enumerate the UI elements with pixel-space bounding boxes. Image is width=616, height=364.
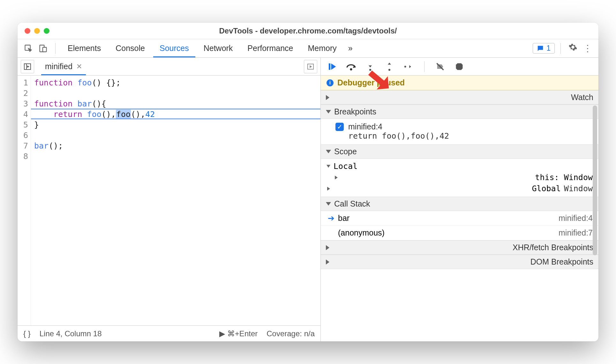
tab-sources[interactable]: Sources bbox=[153, 39, 195, 57]
device-icon[interactable] bbox=[37, 42, 49, 55]
breakpoints-section[interactable]: Breakpoints bbox=[321, 105, 598, 119]
breakpoint-code: return foo(),foo(),42 bbox=[348, 131, 449, 141]
scope-section[interactable]: Scope bbox=[321, 144, 598, 159]
titlebar: DevTools - developer.chrome.com/tags/dev… bbox=[18, 23, 598, 39]
scope-this[interactable]: this: Window bbox=[327, 172, 593, 183]
scope-global[interactable]: Global Window bbox=[327, 183, 593, 194]
run-hint: ▶ ⌘+Enter bbox=[219, 329, 258, 338]
window-title: DevTools - developer.chrome.com/tags/dev… bbox=[18, 26, 598, 35]
info-icon: i bbox=[327, 79, 334, 86]
svg-point-8 bbox=[388, 69, 390, 70]
run-snippet-icon[interactable] bbox=[304, 60, 317, 73]
pause-exceptions-icon[interactable] bbox=[454, 61, 465, 72]
tabs-overflow[interactable]: » bbox=[345, 39, 356, 57]
editor-statusbar: { } Line 4, Column 18 ▶ ⌘+Enter Coverage… bbox=[18, 325, 320, 341]
deactivate-breakpoints-icon[interactable] bbox=[435, 61, 446, 72]
debugger-panels: i Debugger paused Watch Breakpoints ✓ mi… bbox=[321, 76, 598, 341]
scope-global-value: Window bbox=[564, 184, 593, 193]
main-tabs: Elements Console Sources Network Perform… bbox=[18, 39, 598, 58]
tab-network[interactable]: Network bbox=[197, 39, 239, 57]
step-icon[interactable] bbox=[403, 61, 414, 72]
svg-point-9 bbox=[404, 66, 406, 68]
tab-performance[interactable]: Performance bbox=[241, 39, 299, 57]
tab-memory[interactable]: Memory bbox=[301, 39, 343, 57]
tab-console[interactable]: Console bbox=[109, 39, 151, 57]
callstack-row[interactable]: ➔barminified:4 bbox=[321, 211, 598, 226]
settings-icon[interactable] bbox=[567, 43, 579, 54]
xhr-breakpoints-section[interactable]: XHR/fetch Breakpoints bbox=[321, 240, 598, 255]
cursor-position: Line 4, Column 18 bbox=[40, 329, 102, 338]
more-icon[interactable]: ⋮ bbox=[581, 43, 594, 54]
breakpoint-row[interactable]: ✓ minified:4 return foo(),foo(),42 bbox=[335, 122, 593, 141]
svg-point-7 bbox=[369, 69, 371, 70]
pretty-print-icon[interactable]: { } bbox=[23, 329, 31, 338]
tab-elements[interactable]: Elements bbox=[61, 39, 107, 57]
resume-icon[interactable] bbox=[327, 61, 337, 72]
svg-rect-5 bbox=[329, 63, 330, 70]
svg-point-6 bbox=[350, 68, 352, 70]
debugger-toolbar bbox=[321, 58, 598, 76]
line-gutter: 12345678 bbox=[18, 76, 31, 325]
inspect-icon[interactable] bbox=[22, 42, 35, 55]
step-out-icon[interactable] bbox=[384, 61, 395, 72]
issues-count-value: 1 bbox=[546, 44, 551, 53]
close-file-icon[interactable]: ✕ bbox=[76, 62, 82, 71]
breakpoint-checkbox[interactable]: ✓ bbox=[335, 123, 344, 131]
debugger-paused-banner: i Debugger paused bbox=[321, 76, 598, 90]
step-over-icon[interactable] bbox=[346, 61, 357, 72]
watch-section[interactable]: Watch bbox=[321, 90, 598, 105]
navigator-toggle-icon[interactable] bbox=[21, 60, 34, 73]
code-body[interactable]: function foo() {}; function bar(){ retur… bbox=[31, 76, 320, 325]
callstack-section[interactable]: Call Stack bbox=[321, 197, 598, 211]
code-editor[interactable]: 12345678 function foo() {}; function bar… bbox=[18, 76, 320, 325]
file-tab-label: minified bbox=[45, 62, 72, 71]
dom-breakpoints-section[interactable]: DOM Breakpoints bbox=[321, 255, 598, 269]
banner-text: Debugger paused bbox=[337, 78, 405, 87]
svg-rect-2 bbox=[43, 47, 47, 52]
scope-local[interactable]: Local bbox=[327, 161, 593, 172]
issues-count[interactable]: 1 bbox=[533, 43, 555, 54]
scrollbar[interactable] bbox=[593, 106, 597, 255]
file-tab-minified[interactable]: minified ✕ bbox=[41, 58, 86, 75]
breakpoint-label: minified:4 bbox=[348, 122, 449, 131]
callstack-row[interactable]: (anonymous)minified:7 bbox=[321, 226, 598, 240]
coverage-label[interactable]: Coverage: n/a bbox=[267, 329, 315, 338]
step-into-icon[interactable] bbox=[365, 61, 376, 72]
file-tabs: minified ✕ bbox=[18, 58, 320, 76]
